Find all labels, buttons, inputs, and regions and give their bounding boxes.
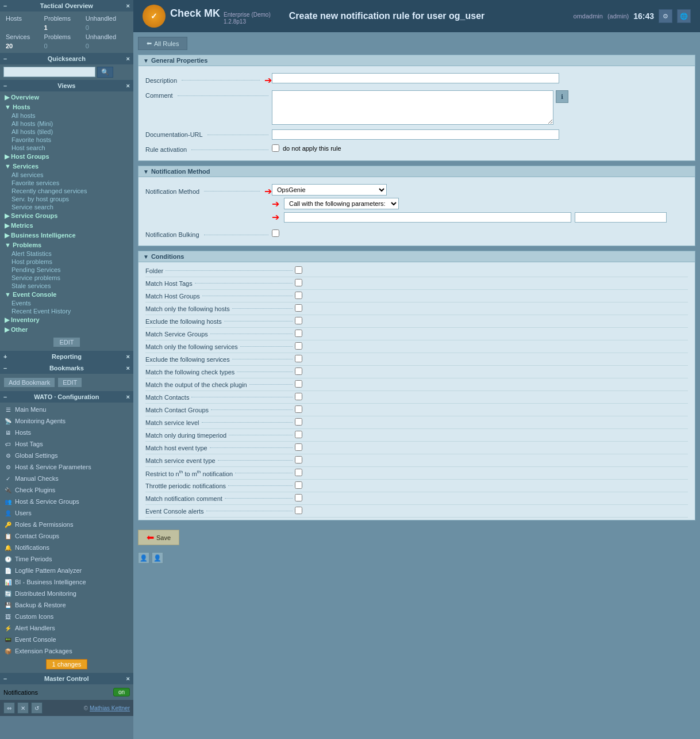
wato-item-hosts[interactable]: 🖥 Hosts [0,427,133,438]
sidebar-item-host-groups[interactable]: ▶ Host Groups [0,152,133,162]
notification-method-select[interactable]: OpsGenie [272,184,387,196]
sidebar-item-metrics[interactable]: ▶ Metrics [0,221,133,231]
wato-item-manual-checks[interactable]: ✓ Manual Checks [0,473,133,484]
comment-icon[interactable]: ℹ [556,90,568,103]
wato-item-event-console[interactable]: 📟 Event Console [0,634,133,645]
cond-match-output-checkbox[interactable] [295,380,302,388]
cond-match-check-types-checkbox[interactable] [295,367,302,375]
close-bookmarks-icon[interactable]: × [126,365,130,372]
wato-item-main-menu[interactable]: ☰ Main Menu [0,404,133,415]
notification-bulking-checkbox[interactable] [272,229,279,237]
sidebar-item-bi[interactable]: ▶ Business Intelligence [0,231,133,240]
close-tactical-icon[interactable]: × [126,2,130,9]
cond-event-console-alerts-checkbox[interactable] [295,507,302,514]
cond-match-services-checkbox[interactable] [295,342,302,350]
sidebar-item-service-problems[interactable]: Service problems [0,274,133,282]
cond-match-comment-checkbox[interactable] [295,494,302,501]
sidebar-item-overview[interactable]: ▶ Overview [0,93,133,102]
collapse-wato-icon[interactable]: – [3,393,7,400]
cond-exclude-hosts-checkbox[interactable] [295,317,302,324]
wato-item-check-plugins[interactable]: 🔌 Check Plugins [0,484,133,496]
sidebar-item-hosts[interactable]: ▼ Hosts [0,102,133,112]
call-params-select[interactable]: Call with the following parameters: [284,198,399,209]
sidebar-item-event-console[interactable]: ▼ Event Console [0,290,133,299]
save-button[interactable]: ⬅ Save [138,530,179,545]
wato-item-contact-groups[interactable]: 📋 Contact Groups [0,530,133,542]
rule-activation-checkbox[interactable] [272,144,279,152]
sidebar-item-all-hosts[interactable]: All hosts [0,112,133,120]
sidebar-item-other[interactable]: ▶ Other [0,325,133,335]
sidebar-item-events[interactable]: Events [0,299,133,307]
collapse-master-icon[interactable]: – [3,675,7,682]
collapse-views-icon[interactable]: – [3,82,7,89]
bottom-icon-1[interactable]: 👤 [138,552,149,564]
wato-item-logfile[interactable]: 📄 Logfile Pattern Analyzer [0,565,133,576]
search-input[interactable] [3,67,95,77]
close-reporting-icon[interactable]: × [126,353,130,360]
cond-match-host-tags-checkbox[interactable] [295,279,302,286]
cond-match-hosts-checkbox[interactable] [295,304,302,312]
sidebar-item-all-hosts-tiled[interactable]: All hosts (tiled) [0,128,133,136]
add-bookmark-button[interactable]: Add Bookmark [3,377,55,388]
views-edit-button[interactable]: EDIT [53,337,80,347]
collapse-reporting-icon[interactable]: + [3,353,7,360]
sidebar-item-host-search[interactable]: Host search [0,144,133,152]
cond-match-service-groups-checkbox[interactable] [295,330,302,337]
bookmarks-edit-button[interactable]: EDIT [57,377,82,388]
footer-icon-3[interactable]: ↺ [31,702,43,714]
cond-match-service-event-checkbox[interactable] [295,456,302,464]
sidebar-item-favorite-services[interactable]: Favorite services [0,179,133,187]
cond-match-contacts-checkbox[interactable] [295,393,302,400]
sidebar-item-favorite-hosts[interactable]: Favorite hosts [0,136,133,144]
sidebar-item-service-groups[interactable]: ▶ Service Groups [0,211,133,221]
cond-throttle-checkbox[interactable] [295,481,302,489]
description-input[interactable]: OpsGenie [272,73,559,83]
cond-match-timeperiod-checkbox[interactable] [295,431,302,438]
close-quicksearch-icon[interactable]: × [126,55,130,62]
sidebar-item-all-hosts-mini[interactable]: All hosts (Mini) [0,120,133,128]
sidebar-item-serv-by-host[interactable]: Serv. by host groups [0,195,133,203]
cond-exclude-services-checkbox[interactable] [295,355,302,362]
sidebar-item-all-services[interactable]: All services [0,171,133,179]
close-master-icon[interactable]: × [126,675,130,682]
wato-item-backup-restore[interactable]: 💾 Backup & Restore [0,599,133,611]
close-wato-icon[interactable]: × [126,393,130,400]
wato-item-roles-permissions[interactable]: 🔑 Roles & Permissions [0,519,133,530]
sidebar-item-recent-event[interactable]: Recent Event History [0,307,133,315]
header-icon-1[interactable]: ⚙ [659,9,672,23]
cond-restrict-notification-checkbox[interactable] [295,469,302,476]
collapse-tactical-icon[interactable]: – [3,2,7,9]
wato-item-custom-icons[interactable]: 🖼 Custom Icons [0,611,133,622]
api-key-extra-input[interactable] [575,212,667,223]
sidebar-item-problems[interactable]: ▼ Problems [0,240,133,250]
wato-item-time-periods[interactable]: 🕐 Time Periods [0,553,133,565]
cond-match-contact-groups-checkbox[interactable] [295,405,302,413]
close-views-icon[interactable]: × [126,82,130,89]
wato-item-distributed-monitoring[interactable]: 🔄 Distributed Monitoring [0,588,133,599]
cond-match-host-groups-checkbox[interactable] [295,292,302,299]
wato-item-alert-handlers[interactable]: ⚡ Alert Handlers [0,622,133,634]
wato-item-host-service-groups[interactable]: 👥 Host & Service Groups [0,496,133,507]
wato-item-notifications[interactable]: 🔔 Notifications [0,542,133,553]
sidebar-item-service-search[interactable]: Service search [0,203,133,211]
wato-item-host-tags[interactable]: 🏷 Host Tags [0,438,133,450]
wato-item-host-service-params[interactable]: ⚙ Host & Service Parameters [0,461,133,473]
footer-icon-1[interactable]: ⇔ [3,702,15,714]
sidebar-item-inventory[interactable]: ▶ Inventory [0,315,133,325]
cond-match-host-event-checkbox[interactable] [295,443,302,451]
footer-icon-2[interactable]: ✕ [17,702,29,714]
api-key-input[interactable]: e271d965-a831-4c28-8afa-920 [284,212,571,223]
search-button[interactable]: 🔍 [97,67,113,78]
wato-changes-button[interactable]: 1 changes [46,659,88,669]
mathias-kettner-link[interactable]: Mathias Kettner [90,705,130,711]
wato-item-monitoring-agents[interactable]: 📡 Monitoring Agents [0,415,133,427]
sidebar-item-services[interactable]: ▼ Services [0,162,133,171]
collapse-quicksearch-icon[interactable]: – [3,55,7,62]
wato-item-bi[interactable]: 📊 BI - Business Intelligence [0,576,133,588]
wato-item-users[interactable]: 👤 Users [0,507,133,519]
header-icon-2[interactable]: 🌐 [677,9,691,23]
doc-url-input[interactable] [272,129,559,140]
wato-item-extension-packages[interactable]: 📦 Extension Packages [0,645,133,657]
comment-textarea[interactable] [272,90,553,125]
cond-match-service-level-checkbox[interactable] [295,418,302,426]
